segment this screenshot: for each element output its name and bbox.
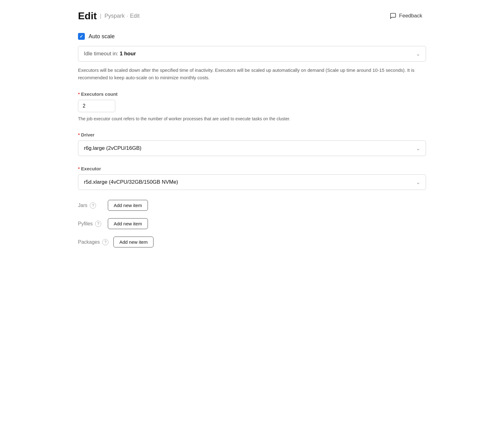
jars-label: Jars ?: [78, 202, 103, 209]
packages-help-icon[interactable]: ?: [102, 239, 108, 245]
auto-scale-row: ✓ Auto scale: [78, 33, 426, 40]
packages-label: Packages ?: [78, 239, 108, 245]
breadcrumb-edit: Edit: [130, 13, 140, 19]
breadcrumb-separator: |: [100, 13, 101, 19]
idle-timeout-value: 1 hour: [120, 51, 136, 57]
driver-required-star: *: [78, 132, 80, 137]
executor-label-text: Executor: [81, 166, 101, 171]
breadcrumb-dot: ·: [126, 13, 128, 19]
idle-timeout-dropdown[interactable]: Idle timeout in: 1 hour ⌄: [78, 46, 426, 62]
executors-count-label-text: Executors count: [81, 91, 118, 97]
feedback-icon: [390, 12, 396, 19]
header-left: Edit | Pyspark · Edit: [78, 10, 140, 22]
executor-dropdown[interactable]: r5d.xlarge (4vCPU/32GB/150GB NVMe) ⌄: [78, 174, 426, 190]
executor-section: * Executor r5d.xlarge (4vCPU/32GB/150GB …: [78, 166, 426, 190]
pyfiles-label-text: Pyfiles: [78, 221, 93, 227]
jars-row: Jars ? Add new item: [78, 200, 426, 211]
executors-count-label: * Executors count: [78, 91, 426, 97]
executors-count-description: The job executor count refers to the num…: [78, 115, 426, 122]
pyfiles-row: Pyfiles ? Add new item: [78, 218, 426, 229]
packages-row: Packages ? Add new item: [78, 237, 426, 247]
checkbox-check: ✓: [80, 34, 83, 39]
page-header: Edit | Pyspark · Edit Feedback: [78, 10, 426, 22]
executor-required-star: *: [78, 166, 80, 171]
auto-scale-checkbox[interactable]: ✓: [78, 33, 85, 40]
driver-label-text: Driver: [81, 132, 94, 137]
executors-count-input[interactable]: [78, 100, 115, 112]
driver-chevron-icon: ⌄: [416, 145, 420, 151]
packages-add-button[interactable]: Add new item: [113, 237, 153, 247]
executors-count-section: * Executors count The job executor count…: [78, 91, 426, 122]
pyfiles-add-button[interactable]: Add new item: [108, 218, 148, 229]
jars-help-icon[interactable]: ?: [90, 202, 96, 209]
executor-chevron-icon: ⌄: [416, 179, 420, 185]
idle-timeout-label: Idle timeout in:: [84, 51, 118, 57]
driver-label: * Driver: [78, 132, 426, 137]
pyfiles-help-icon[interactable]: ?: [95, 221, 101, 227]
breadcrumb-pyspark: Pyspark: [104, 13, 125, 19]
jars-label-text: Jars: [78, 203, 87, 208]
executor-value: r5d.xlarge (4vCPU/32GB/150GB NVMe): [84, 179, 178, 185]
pyfiles-label: Pyfiles ?: [78, 221, 103, 227]
executor-label: * Executor: [78, 166, 426, 171]
idle-timeout-chevron-icon: ⌄: [416, 51, 420, 57]
executors-count-required-star: *: [78, 91, 80, 97]
jars-add-button[interactable]: Add new item: [108, 200, 148, 211]
auto-scale-description: Executors will be scaled down after the …: [78, 67, 426, 81]
feedback-button[interactable]: Feedback: [386, 10, 426, 22]
auto-scale-label: Auto scale: [89, 33, 115, 40]
idle-timeout-text: Idle timeout in: 1 hour: [84, 51, 136, 57]
packages-label-text: Packages: [78, 239, 100, 245]
driver-dropdown[interactable]: r6g.large (2vCPU/16GB) ⌄: [78, 141, 426, 156]
page-title: Edit: [78, 10, 97, 22]
feedback-label: Feedback: [399, 13, 422, 19]
driver-section: * Driver r6g.large (2vCPU/16GB) ⌄: [78, 132, 426, 156]
driver-value: r6g.large (2vCPU/16GB): [84, 145, 141, 151]
